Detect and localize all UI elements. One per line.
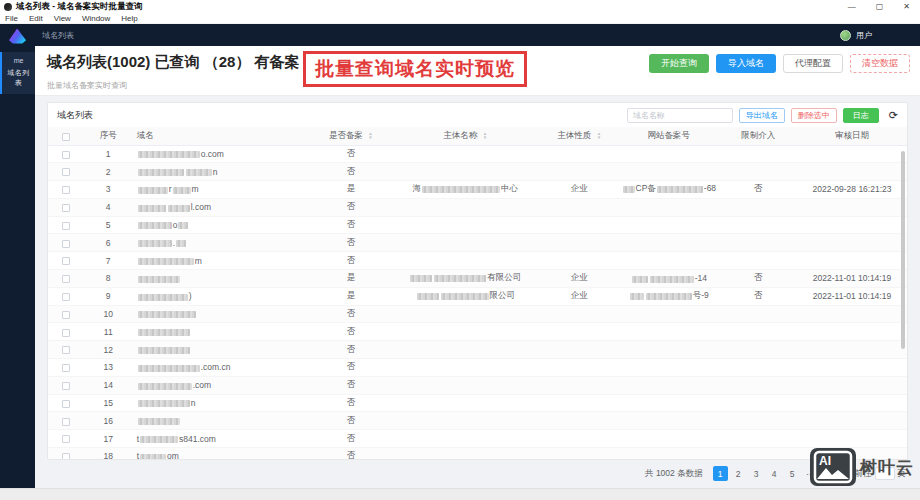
table-body: 1o.com否2n否3rm是海中心企业CP备-68否2022-09-28 16:… <box>48 145 907 460</box>
column-header-nature[interactable]: 主体性质 ▲▼ <box>541 127 618 145</box>
redacted-text <box>138 205 166 212</box>
cell-subject <box>390 145 541 163</box>
export-domains-button[interactable]: 导出域名 <box>739 108 785 123</box>
cell-restricted <box>720 430 797 448</box>
sort-icon[interactable]: ▲▼ <box>483 132 487 139</box>
redacted-text <box>138 258 194 265</box>
pagination: 共 1002 条数据 12345···51 › 前往 页 <box>35 460 920 481</box>
row-checkbox[interactable] <box>62 204 70 212</box>
maximize-button[interactable]: ▢ <box>876 2 884 12</box>
table-card: 域名列表 导出域名删除选中日志 ⟳ 序号域名是否备案 ▲▼主体名称 ▲▼主体性质… <box>47 102 908 460</box>
redacted-text <box>140 454 166 460</box>
menu-file[interactable]: File <box>5 14 18 23</box>
search-input[interactable] <box>627 108 733 123</box>
svg-text:AI: AI <box>819 454 831 468</box>
delete-selected-button[interactable]: 删除选中 <box>791 108 837 123</box>
row-checkbox[interactable] <box>62 275 70 283</box>
row-checkbox[interactable] <box>62 222 70 230</box>
user-avatar[interactable] <box>840 30 851 41</box>
row-checkbox[interactable] <box>62 186 70 194</box>
cell-date: 2022-09-28 16:21:23 <box>797 181 907 199</box>
user-area[interactable]: 用户 <box>840 30 872 41</box>
start-query-button[interactable]: 开始查询 <box>649 54 709 73</box>
table-card-header: 域名列表 导出域名删除选中日志 ⟳ <box>48 103 907 127</box>
cell-text: n <box>191 398 196 408</box>
page-button-5[interactable]: 5 <box>785 466 800 481</box>
cell-domain: .com <box>133 376 312 394</box>
close-button[interactable]: ✕ <box>903 2 910 12</box>
cell-nature <box>541 252 618 270</box>
menu-help[interactable]: Help <box>121 14 137 23</box>
row-select-cell <box>48 412 84 430</box>
import-domains-button[interactable]: 导入域名 <box>716 54 776 73</box>
row-checkbox[interactable] <box>62 435 70 443</box>
column-header-filed[interactable]: 是否备案 ▲▼ <box>312 127 390 145</box>
row-checkbox[interactable] <box>62 364 70 372</box>
page-button-4[interactable]: 4 <box>767 466 782 481</box>
row-checkbox[interactable] <box>62 311 70 319</box>
minimize-button[interactable]: — <box>848 2 856 12</box>
cell-text: t <box>137 434 139 444</box>
user-label: 用户 <box>856 30 872 41</box>
cell-nature <box>541 234 618 252</box>
row-checkbox[interactable] <box>62 382 70 390</box>
cell-restricted <box>720 359 797 377</box>
refresh-icon[interactable]: ⟳ <box>889 110 898 121</box>
cell-text: 海 <box>413 183 422 193</box>
menu-view[interactable]: View <box>54 14 71 23</box>
table-row: 12否 <box>48 341 907 359</box>
row-checkbox[interactable] <box>62 329 70 337</box>
page-button-1[interactable]: 1 <box>713 466 728 481</box>
column-header-subject[interactable]: 主体名称 ▲▼ <box>390 127 541 145</box>
cell-restricted <box>720 234 797 252</box>
row-select-cell <box>48 323 84 341</box>
redacted-text <box>422 186 500 193</box>
cell-filed: 否 <box>312 216 390 234</box>
cell-domain: . <box>133 234 312 252</box>
cell-domain: .com.cn <box>133 359 312 377</box>
cell-license <box>618 305 720 323</box>
cell-text: 有限公司 <box>487 272 521 282</box>
menu-edit[interactable]: Edit <box>29 14 43 23</box>
cell-num: 17 <box>84 430 133 448</box>
row-checkbox[interactable] <box>62 400 70 408</box>
menu-window[interactable]: Window <box>82 14 110 23</box>
cell-license <box>618 323 720 341</box>
column-header-restricted: 限制介入 <box>720 127 797 145</box>
cell-date <box>797 376 907 394</box>
row-checkbox[interactable] <box>62 257 70 265</box>
watermark-brand: 树叶云 <box>860 456 914 479</box>
window-title: 域名列表 - 域名备案实时批量查询 <box>16 1 848 13</box>
row-checkbox[interactable] <box>62 418 70 426</box>
cell-subject <box>390 394 541 412</box>
sort-icon[interactable]: ▲▼ <box>368 132 372 139</box>
table-row: 5o否 <box>48 216 907 234</box>
log-button[interactable]: 日志 <box>843 108 879 123</box>
row-checkbox[interactable] <box>62 168 70 176</box>
redacted-text <box>138 151 200 158</box>
row-checkbox[interactable] <box>62 293 70 301</box>
cell-text: o <box>173 220 178 230</box>
page-button-3[interactable]: 3 <box>749 466 764 481</box>
cell-text: 限公司 <box>490 290 516 300</box>
row-checkbox[interactable] <box>62 453 70 460</box>
proxy-config-button[interactable]: 代理配置 <box>783 54 843 73</box>
cell-nature <box>541 448 618 460</box>
sidebar-item-domain-list[interactable]: me 域名列表 <box>0 52 35 94</box>
select-all-checkbox[interactable] <box>62 133 70 141</box>
row-checkbox[interactable] <box>62 346 70 354</box>
row-checkbox[interactable] <box>62 151 70 159</box>
vertical-scrollbar[interactable] <box>901 151 905 349</box>
sort-icon[interactable]: ▲▼ <box>597 132 601 139</box>
row-checkbox[interactable] <box>62 240 70 248</box>
clear-data-button[interactable]: 清空数据 <box>850 54 910 73</box>
page-button-2[interactable]: 2 <box>731 466 746 481</box>
tab-domain-list[interactable]: 域名列表 <box>42 30 74 41</box>
cell-domain: tom <box>133 448 312 460</box>
cell-license <box>618 341 720 359</box>
redacted-text <box>410 275 432 282</box>
redacted-text <box>168 205 190 212</box>
redacted-text <box>138 418 180 425</box>
cell-subject: 限公司 <box>390 287 541 305</box>
cell-text: .com.cn <box>201 362 231 372</box>
